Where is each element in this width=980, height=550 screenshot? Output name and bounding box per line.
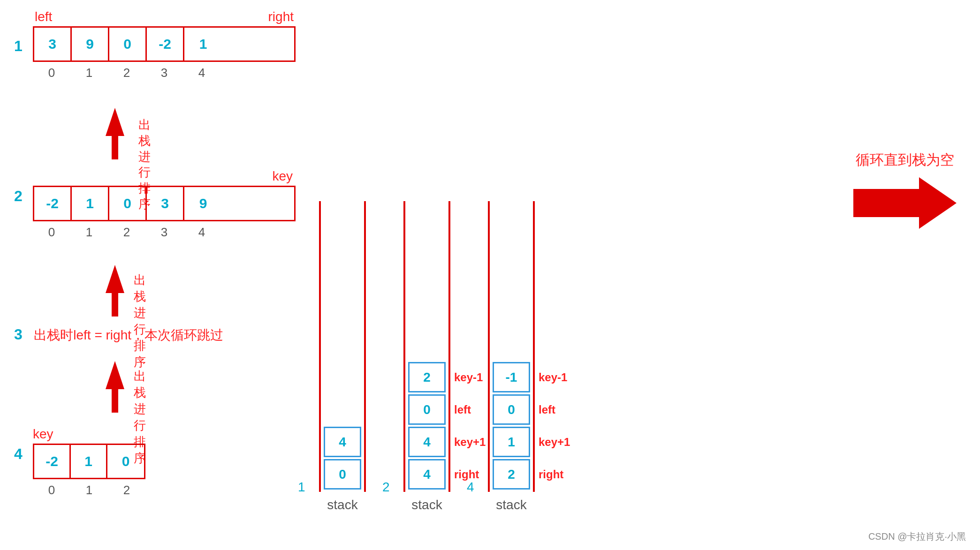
- stack4-label: stack: [496, 497, 526, 512]
- label-left-1: left: [35, 9, 52, 24]
- key-label-2: key: [33, 169, 296, 184]
- footer: CSDN @卡拉肖克·小黑: [868, 530, 966, 543]
- stack4-annotation-4: right: [539, 468, 563, 481]
- stack-group-4: 4 -1 key-1 0 left 1 key+1: [488, 201, 535, 512]
- idx-4-2: 2: [108, 483, 145, 497]
- arrow-down-2: [99, 265, 131, 316]
- big-right-arrow: [853, 177, 957, 229]
- stack-group-2: 2 2 key-1 0 left 4: [403, 201, 450, 512]
- svg-marker-2: [106, 361, 124, 413]
- idx-1-4: 4: [183, 66, 220, 80]
- right-panel: 1 4 0 stack: [305, 9, 966, 541]
- idx-2-4: 4: [183, 225, 220, 240]
- idx-1-0: 0: [33, 66, 70, 80]
- big-arrow-label: 循环直到栈为空: [856, 150, 954, 170]
- stack4-item-4: 2 right: [493, 459, 530, 490]
- key-text-4: key: [33, 427, 53, 441]
- array-indices-2: 0 1 2 3 4: [33, 225, 296, 240]
- idx-1-1: 1: [70, 66, 108, 80]
- stack2-items: 2 key-1 0 left 4 key+1 4: [405, 360, 448, 492]
- arrow-section-1: 出栈进 行排序: [99, 108, 131, 161]
- array-cell-2-4: 9: [184, 187, 222, 220]
- left-panel: 1 left right 3 9 0 -2 1 0 1 2 3 4: [14, 9, 305, 541]
- stack4-annotation-3: key+1: [539, 436, 570, 449]
- stack4-annotation-2: left: [539, 403, 555, 416]
- stack1-item-bottom: 4: [324, 427, 361, 457]
- stack2-annotation-1: key-1: [454, 371, 483, 384]
- row-label-1: 1: [14, 38, 23, 55]
- idx-1-3: 3: [145, 66, 183, 80]
- array1-top-labels: left right: [33, 9, 296, 24]
- array-indices-1: 0 1 2 3 4: [33, 66, 296, 80]
- big-arrow-section: 循环直到栈为空: [853, 150, 957, 229]
- row-label-3: 3: [14, 326, 23, 343]
- stack2-item-1: 2 key-1: [408, 362, 446, 392]
- arrow-section-2: 出栈进 行排序: [99, 265, 131, 318]
- stacks-area: 1 4 0 stack: [305, 23, 802, 541]
- arrow-section-3: 出栈进 行排序: [99, 361, 131, 414]
- idx-2-2: 2: [108, 225, 145, 240]
- array-cell-2-1: 1: [72, 187, 109, 220]
- stack2-annotation-2: left: [454, 403, 471, 416]
- array-cell-1-1: 9: [72, 28, 109, 60]
- arrow-down-3: [99, 361, 131, 413]
- key-text-2: key: [272, 169, 293, 183]
- idx-4-1: 1: [70, 483, 108, 497]
- stack4-item-3: 1 key+1: [493, 427, 530, 457]
- array-cell-1-2: 0: [109, 28, 147, 60]
- svg-marker-0: [106, 108, 124, 159]
- array-row-4: -2 1 0: [33, 444, 145, 479]
- stack1-label: stack: [327, 497, 357, 512]
- svg-marker-3: [853, 177, 957, 229]
- array-cell-2-0: -2: [34, 187, 72, 220]
- idx-4-0: 0: [33, 483, 70, 497]
- stack2-annotation-4: right: [454, 468, 479, 481]
- arrow-label-2: 出栈进 行排序: [134, 272, 146, 370]
- svg-marker-1: [106, 265, 124, 316]
- section-row2: 2 key -2 1 0 3 9 0 1 2 3 4: [33, 169, 296, 240]
- stack-group-1: 1 4 0 stack: [319, 201, 366, 512]
- idx-1-2: 2: [108, 66, 145, 80]
- array-cell-1-0: 3: [34, 28, 72, 60]
- section-row4: 4 key -2 1 0 0 1 2: [33, 427, 220, 497]
- idx-2-0: 0: [33, 225, 70, 240]
- main-container: 1 left right 3 9 0 -2 1 0 1 2 3 4: [0, 0, 980, 550]
- stack-number-2: 2: [382, 480, 390, 495]
- label-right-1: right: [268, 9, 294, 24]
- idx-2-1: 1: [70, 225, 108, 240]
- array-indices-4: 0 1 2: [33, 483, 145, 497]
- stack4-annotation-1: key-1: [539, 371, 567, 384]
- row3-text: 出栈时left = right，本次循环跳过: [34, 328, 223, 342]
- stack2-label: stack: [411, 497, 442, 512]
- array-cell-4-1: 1: [71, 445, 107, 478]
- stack-column-4: -1 key-1 0 left 1 key+1 2: [488, 201, 535, 492]
- array-cell-4-2: 0: [107, 445, 144, 478]
- stack-number-4: 4: [467, 480, 474, 495]
- stack-column-1: 4 0: [319, 201, 366, 492]
- section-row1: 1 left right 3 9 0 -2 1 0 1 2 3 4: [33, 9, 296, 80]
- stack2-item-3: 4 key+1: [408, 427, 446, 457]
- stack-number-1: 1: [298, 480, 305, 495]
- idx-2-3: 3: [145, 225, 183, 240]
- stack-column-2: 2 key-1 0 left 4 key+1 4: [403, 201, 450, 492]
- array-cell-1-4: 1: [184, 28, 222, 60]
- stack2-item-2: 0 left: [408, 394, 446, 425]
- stack2-annotation-3: key+1: [454, 436, 486, 449]
- row-label-4: 4: [14, 445, 23, 463]
- array-cell-2-3: 3: [147, 187, 184, 220]
- array-row-2: -2 1 0 3 9: [33, 186, 296, 221]
- array-row-1: 3 9 0 -2 1: [33, 26, 296, 62]
- section-row3: 3 出栈时left = right，本次循环跳过: [14, 326, 223, 344]
- stack1-item-top: 0: [324, 459, 361, 490]
- stack4-item-2: 0 left: [493, 394, 530, 425]
- array-cell-4-0: -2: [34, 445, 71, 478]
- stack1-items: 4 0: [321, 424, 364, 492]
- key-label-4-container: key: [33, 427, 220, 442]
- array-cell-2-2: 0: [109, 187, 147, 220]
- stack2-item-4: 4 right: [408, 459, 446, 490]
- stack4-item-1: -1 key-1: [493, 362, 530, 392]
- arrow-down-1: [99, 108, 131, 159]
- stack4-items: -1 key-1 0 left 1 key+1 2: [490, 360, 533, 492]
- array-cell-1-3: -2: [147, 28, 184, 60]
- row-label-2: 2: [14, 188, 23, 205]
